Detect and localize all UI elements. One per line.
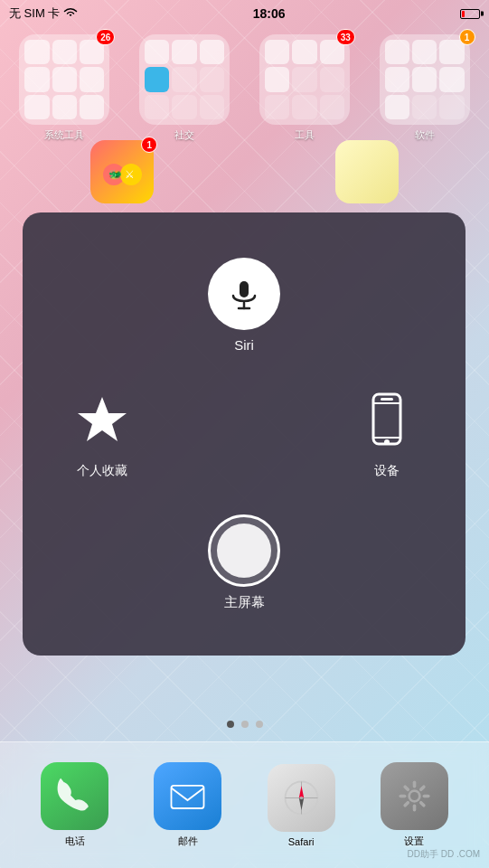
folder-badge: 1	[459, 29, 475, 45]
mini-app	[24, 95, 49, 119]
svg-marker-17	[298, 786, 303, 798]
favorites-label: 个人收藏	[77, 463, 127, 479]
device-icon	[353, 388, 420, 456]
mini-app	[52, 95, 77, 119]
mini-app	[439, 95, 464, 119]
safari-icon	[268, 764, 335, 832]
mini-app	[172, 95, 196, 119]
svg-marker-18	[298, 797, 303, 810]
status-right	[460, 9, 480, 19]
mini-app	[145, 95, 169, 119]
mini-app	[172, 67, 196, 91]
folder-badge: 26	[96, 29, 115, 45]
siri-button[interactable]: Siri	[208, 258, 280, 353]
page-dot-2[interactable]	[241, 721, 249, 728]
games-app[interactable]: 🐲 ⚔ 1	[77, 140, 167, 203]
svg-rect-8	[373, 394, 400, 444]
notes-icon	[335, 140, 399, 203]
notes-app[interactable]	[322, 140, 412, 203]
battery-icon	[460, 9, 480, 19]
device-label: 设备	[374, 463, 400, 479]
software-folder[interactable]: 1 软件	[372, 34, 476, 142]
carrier-label: 无 SIM 卡	[9, 5, 60, 22]
svg-text:⚔: ⚔	[125, 168, 135, 181]
middle-row: 个人收藏 设备	[41, 388, 447, 479]
mini-app	[385, 40, 409, 64]
svg-line-27	[421, 787, 424, 789]
home-label: 主屏幕	[224, 594, 265, 611]
mini-app	[412, 40, 437, 64]
mini-app	[412, 67, 437, 91]
mini-app	[385, 95, 409, 119]
wifi-icon	[63, 7, 78, 21]
clock: 18:06	[253, 6, 286, 21]
social-folder[interactable]: 社交	[133, 34, 237, 142]
mini-app	[292, 95, 316, 119]
mini-app	[200, 67, 224, 91]
mini-app	[172, 40, 196, 64]
svg-marker-7	[78, 397, 127, 441]
svg-rect-12	[381, 398, 393, 401]
device-button[interactable]: 设备	[353, 388, 420, 479]
mini-app	[385, 67, 409, 91]
svg-line-26	[421, 803, 424, 806]
svg-line-28	[405, 803, 408, 806]
folders-area: 26 系统工具 社交 33	[0, 27, 489, 149]
mini-app	[265, 40, 289, 64]
home-inner	[217, 524, 271, 578]
mini-app	[145, 40, 169, 64]
mini-app	[200, 95, 224, 119]
page-dot-1[interactable]	[227, 721, 234, 728]
status-left: 无 SIM 卡	[9, 5, 78, 22]
mini-app	[24, 40, 49, 64]
svg-point-11	[384, 439, 390, 445]
mini-app	[412, 95, 437, 119]
home-icon	[208, 514, 280, 587]
page-dot-3[interactable]	[256, 721, 263, 728]
svg-point-20	[410, 792, 418, 800]
dock-phone[interactable]: 电话	[41, 762, 108, 848]
phone-icon	[41, 762, 108, 830]
mini-app	[52, 40, 77, 64]
siri-icon	[208, 258, 280, 330]
mini-app	[439, 40, 464, 64]
mini-app	[292, 40, 316, 64]
mini-app	[80, 95, 104, 119]
system-tools-folder[interactable]: 26 系统工具	[13, 34, 117, 142]
dock-mail[interactable]: 邮件	[154, 762, 221, 848]
mini-app	[320, 67, 344, 91]
favorites-button[interactable]: 个人收藏	[68, 388, 136, 479]
page-dots	[0, 721, 489, 728]
siri-label: Siri	[234, 337, 254, 353]
mini-app	[24, 67, 49, 91]
status-bar: 无 SIM 卡 18:06	[0, 0, 489, 27]
mini-app	[52, 67, 77, 91]
assistive-touch-panel[interactable]: Siri 个人收藏 设备	[23, 212, 465, 656]
svg-line-25	[405, 787, 408, 789]
folder-badge: 33	[336, 29, 355, 45]
games-icon: 🐲 ⚔ 1	[90, 140, 154, 203]
dock-label: Safari	[288, 836, 315, 847]
mini-app	[265, 95, 289, 119]
second-row: 🐲 ⚔ 1	[0, 140, 489, 203]
watermark: DD助手 DD .COM	[407, 848, 480, 861]
settings-icon	[381, 762, 448, 830]
svg-rect-4	[240, 281, 249, 297]
mini-app	[292, 67, 316, 91]
dock-safari[interactable]: Safari	[268, 764, 335, 847]
mini-app	[439, 67, 464, 91]
mini-app	[200, 40, 224, 64]
mail-icon	[154, 762, 221, 830]
dock-settings[interactable]: 设置	[381, 762, 448, 848]
mini-app	[320, 95, 344, 119]
dock-label: 邮件	[178, 835, 198, 848]
mini-app	[265, 67, 289, 91]
app-badge: 1	[141, 137, 157, 153]
tools-folder[interactable]: 33 工具	[252, 34, 356, 142]
dock-label: 设置	[404, 835, 424, 848]
mini-app	[145, 67, 169, 91]
favorites-icon	[68, 388, 136, 456]
svg-text:🐲: 🐲	[108, 167, 122, 181]
dock-label: 电话	[65, 835, 85, 848]
home-button[interactable]: 主屏幕	[208, 514, 280, 611]
